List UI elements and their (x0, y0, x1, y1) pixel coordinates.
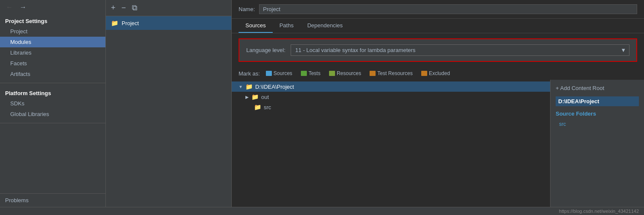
middle-panel: + − ⧉ 📁 Project (106, 0, 232, 207)
sidebar-item-project[interactable]: Project (0, 26, 105, 37)
sidebar: ← → Project Settings Project Modules Lib… (0, 0, 106, 207)
out-folder-icon: 📁 (251, 93, 259, 100)
mark-resources-button[interactable]: Resources (326, 70, 364, 77)
back-button[interactable]: ← (4, 3, 15, 12)
excluded-btn-label: Excluded (429, 70, 450, 76)
src-folder-icon: 📁 (254, 104, 261, 110)
root-folder-icon: 📁 (245, 83, 253, 90)
tests-folder-icon (301, 71, 307, 76)
test-resources-folder-icon (370, 71, 376, 76)
sources-folder-icon (266, 71, 272, 76)
sources-btn-label: Sources (274, 70, 292, 76)
language-level-select[interactable]: 11 - Local variable syntax for lambda pa… (291, 44, 629, 56)
tree-item-out-label: out (261, 94, 269, 100)
name-input[interactable] (259, 4, 637, 14)
mark-sources-button[interactable]: Sources (263, 70, 295, 77)
sidebar-item-global-libraries[interactable]: Global Libraries (0, 109, 105, 119)
mark-test-resources-button[interactable]: Test Resources (367, 70, 415, 77)
tree-root-label: D:\IDEA\Project (255, 84, 294, 90)
language-level-section: Language level: 11 - Local variable synt… (239, 38, 637, 62)
sidebar-divider-2 (0, 123, 105, 123)
resources-folder-icon (329, 71, 335, 76)
source-folders-title: Source Folders (556, 110, 639, 118)
sidebar-divider (0, 83, 105, 83)
add-module-button[interactable]: + (110, 3, 117, 13)
name-label: Name: (239, 6, 255, 12)
mark-as-row: Mark as: Sources Tests Resources Test Re… (232, 67, 644, 80)
add-content-root-button[interactable]: + Add Content Root (556, 83, 639, 93)
app-container: ← → Project Settings Project Modules Lib… (0, 0, 644, 207)
tabs-row: Sources Paths Dependencies (232, 19, 644, 33)
sidebar-item-modules[interactable]: Modules (0, 37, 105, 47)
main-panel: Name: Sources Paths Dependencies Languag… (232, 0, 644, 207)
mark-tests-button[interactable]: Tests (298, 70, 323, 77)
tree-collapse-out[interactable]: ▶ (245, 95, 249, 99)
language-level-label: Language level: (246, 47, 286, 53)
forward-button[interactable]: → (18, 3, 28, 12)
remove-module-button[interactable]: − (121, 3, 127, 13)
sidebar-item-sdks[interactable]: SDKs (0, 98, 105, 109)
sidebar-nav-buttons: ← → (0, 0, 105, 15)
middle-toolbar: + − ⧉ (106, 0, 231, 16)
module-name-label: Project (122, 20, 139, 26)
tree-item-src-label: src (264, 104, 271, 110)
module-item-project[interactable]: 📁 Project (106, 16, 231, 30)
test-resources-btn-label: Test Resources (377, 70, 413, 76)
url-bar: https://blog.csdn.net/weixin_43421142 (0, 207, 644, 215)
right-panel: + Add Content Root D:\IDEA\Project Sourc… (550, 80, 644, 207)
platform-settings-title: Platform Settings (0, 87, 105, 98)
sidebar-item-artifacts[interactable]: Artifacts (0, 69, 105, 79)
mark-excluded-button[interactable]: Excluded (419, 70, 452, 77)
source-folders-src[interactable]: src (556, 121, 639, 127)
tree-item-out[interactable]: ▶ 📁 out (232, 92, 550, 102)
copy-module-button[interactable]: ⧉ (131, 3, 138, 13)
tab-sources[interactable]: Sources (239, 19, 273, 33)
resources-btn-label: Resources (337, 70, 361, 76)
sidebar-item-facets[interactable]: Facets (0, 58, 105, 69)
tab-paths[interactable]: Paths (273, 19, 300, 33)
content-area: ▼ 📁 D:\IDEA\Project ▶ 📁 out 📁 src (232, 80, 644, 207)
project-settings-title: Project Settings (0, 15, 105, 26)
tree-root-item[interactable]: ▼ 📁 D:\IDEA\Project (232, 81, 550, 92)
file-tree: ▼ 📁 D:\IDEA\Project ▶ 📁 out 📁 src (232, 80, 550, 207)
tab-dependencies[interactable]: Dependencies (300, 19, 350, 33)
tree-collapse-arrow[interactable]: ▼ (239, 84, 243, 89)
content-root-path: D:\IDEA\Project (556, 96, 639, 106)
sidebar-item-problems[interactable]: Problems (0, 193, 105, 207)
excluded-folder-icon (421, 71, 427, 76)
tests-btn-label: Tests (309, 70, 321, 76)
sidebar-item-libraries[interactable]: Libraries (0, 47, 105, 58)
name-row: Name: (232, 0, 644, 19)
mark-as-label: Mark as: (239, 70, 260, 77)
tree-item-src[interactable]: 📁 src (232, 102, 550, 112)
module-folder-icon: 📁 (111, 20, 118, 26)
language-level-select-wrapper: 11 - Local variable syntax for lambda pa… (291, 44, 629, 56)
